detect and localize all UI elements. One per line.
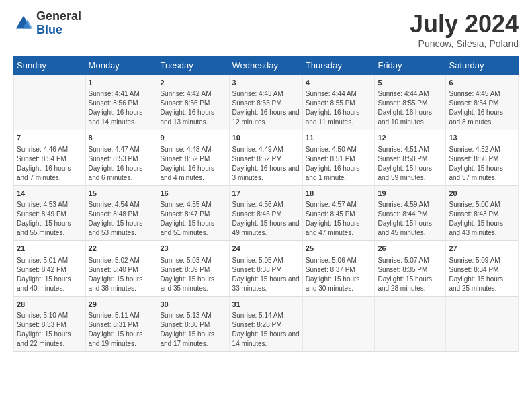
table-cell: 13 Sunrise: 4:52 AM Sunset: 8:50 PM Dayl… — [446, 130, 519, 185]
table-row: 1 Sunrise: 4:41 AM Sunset: 8:56 PM Dayli… — [14, 75, 519, 130]
daylight: Daylight: 15 hours and 55 minutes. — [17, 219, 83, 238]
sunrise: Sunrise: 4:54 AM — [89, 200, 154, 210]
table-cell: 9 Sunrise: 4:48 AM Sunset: 8:52 PM Dayli… — [157, 130, 229, 185]
day-number: 11 — [306, 133, 372, 143]
sunrise: Sunrise: 5:11 AM — [89, 311, 154, 320]
daylight: Daylight: 15 hours and 17 minutes. — [160, 330, 226, 349]
col-thursday: Thursday — [302, 56, 375, 75]
table-cell: 8 Sunrise: 4:47 AM Sunset: 8:53 PM Dayli… — [85, 130, 157, 185]
daylight: Daylight: 16 hours and 13 minutes. — [160, 108, 226, 127]
table-cell: 3 Sunrise: 4:43 AM Sunset: 8:55 PM Dayli… — [229, 75, 302, 130]
table-cell: 6 Sunrise: 4:45 AM Sunset: 8:54 PM Dayli… — [446, 75, 519, 130]
daylight: Daylight: 15 hours and 40 minutes. — [17, 275, 83, 293]
sunset: Sunset: 8:34 PM — [449, 265, 515, 275]
daylight: Daylight: 15 hours and 59 minutes. — [378, 164, 443, 183]
day-number: 22 — [89, 244, 154, 254]
sunrise: Sunrise: 5:14 AM — [232, 311, 300, 320]
daylight: Daylight: 15 hours and 33 minutes. — [232, 275, 300, 293]
sunrise: Sunrise: 4:53 AM — [17, 200, 83, 210]
table-cell: 26 Sunrise: 5:07 AM Sunset: 8:35 PM Dayl… — [375, 241, 446, 296]
sunset: Sunset: 8:54 PM — [17, 154, 83, 164]
day-number: 24 — [232, 244, 300, 254]
table-cell: 5 Sunrise: 4:44 AM Sunset: 8:55 PM Dayli… — [375, 75, 446, 130]
table-cell: 17 Sunrise: 4:56 AM Sunset: 8:46 PM Dayl… — [229, 185, 302, 240]
sunset: Sunset: 8:44 PM — [378, 210, 443, 219]
table-cell: 16 Sunrise: 4:55 AM Sunset: 8:47 PM Dayl… — [157, 185, 229, 240]
day-number: 5 — [378, 78, 443, 88]
table-cell: 29 Sunrise: 5:11 AM Sunset: 8:31 PM Dayl… — [85, 296, 157, 351]
sunset: Sunset: 8:33 PM — [17, 320, 83, 330]
sunset: Sunset: 8:50 PM — [378, 154, 443, 164]
table-row: 21 Sunrise: 5:01 AM Sunset: 8:42 PM Dayl… — [14, 241, 519, 296]
daylight: Daylight: 15 hours and 43 minutes. — [449, 219, 515, 238]
sunrise: Sunrise: 4:56 AM — [232, 200, 300, 210]
day-number: 17 — [232, 189, 300, 199]
sunrise: Sunrise: 4:43 AM — [232, 89, 300, 99]
day-number: 21 — [17, 244, 83, 254]
day-number: 27 — [449, 244, 515, 254]
sunset: Sunset: 8:43 PM — [449, 210, 515, 219]
day-number: 19 — [378, 189, 443, 199]
calendar-table: Sunday Monday Tuesday Wednesday Thursday… — [13, 56, 519, 352]
daylight: Daylight: 15 hours and 51 minutes. — [160, 219, 226, 238]
table-cell: 22 Sunrise: 5:02 AM Sunset: 8:40 PM Dayl… — [85, 241, 157, 296]
daylight: Daylight: 16 hours and 4 minutes. — [160, 164, 226, 183]
table-row: 7 Sunrise: 4:46 AM Sunset: 8:54 PM Dayli… — [14, 130, 519, 185]
col-wednesday: Wednesday — [229, 56, 302, 75]
sunset: Sunset: 8:45 PM — [306, 210, 372, 219]
daylight: Daylight: 16 hours and 6 minutes. — [89, 164, 154, 183]
sunset: Sunset: 8:55 PM — [232, 99, 300, 108]
sunset: Sunset: 8:31 PM — [89, 320, 154, 330]
day-number: 1 — [89, 78, 154, 88]
table-cell: 25 Sunrise: 5:06 AM Sunset: 8:37 PM Dayl… — [302, 241, 375, 296]
day-number: 30 — [160, 300, 226, 310]
sunset: Sunset: 8:49 PM — [17, 210, 83, 219]
table-cell — [375, 296, 446, 351]
daylight: Daylight: 16 hours and 14 minutes. — [89, 108, 154, 127]
sunrise: Sunrise: 4:49 AM — [232, 145, 300, 154]
col-sunday: Sunday — [14, 56, 86, 75]
table-cell: 2 Sunrise: 4:42 AM Sunset: 8:56 PM Dayli… — [157, 75, 229, 130]
sunset: Sunset: 8:35 PM — [378, 265, 443, 275]
day-number: 2 — [160, 78, 226, 88]
table-cell: 10 Sunrise: 4:49 AM Sunset: 8:52 PM Dayl… — [229, 130, 302, 185]
sunset: Sunset: 8:37 PM — [306, 265, 372, 275]
daylight: Daylight: 15 hours and 14 minutes. — [232, 330, 300, 349]
daylight: Daylight: 15 hours and 49 minutes. — [232, 219, 300, 238]
daylight: Daylight: 15 hours and 19 minutes. — [89, 330, 154, 349]
sunset: Sunset: 8:40 PM — [89, 265, 154, 275]
daylight: Daylight: 16 hours and 1 minute. — [306, 164, 372, 183]
sunrise: Sunrise: 4:44 AM — [306, 89, 372, 99]
sunset: Sunset: 8:42 PM — [17, 265, 83, 275]
table-cell: 19 Sunrise: 4:59 AM Sunset: 8:44 PM Dayl… — [375, 185, 446, 240]
col-tuesday: Tuesday — [157, 56, 229, 75]
daylight: Daylight: 15 hours and 30 minutes. — [306, 275, 372, 293]
sunrise: Sunrise: 5:06 AM — [306, 256, 372, 265]
day-number: 12 — [378, 133, 443, 143]
col-saturday: Saturday — [446, 56, 519, 75]
sunset: Sunset: 8:55 PM — [378, 99, 443, 108]
sunset: Sunset: 8:56 PM — [160, 99, 226, 108]
daylight: Daylight: 15 hours and 53 minutes. — [89, 219, 154, 238]
daylight: Daylight: 15 hours and 47 minutes. — [306, 219, 372, 238]
day-number: 8 — [89, 133, 154, 143]
day-number: 25 — [306, 244, 372, 254]
table-cell: 11 Sunrise: 4:50 AM Sunset: 8:51 PM Dayl… — [302, 130, 375, 185]
table-cell — [302, 296, 375, 351]
table-cell: 12 Sunrise: 4:51 AM Sunset: 8:50 PM Dayl… — [375, 130, 446, 185]
day-number: 28 — [17, 300, 83, 310]
day-number: 6 — [449, 78, 515, 88]
daylight: Daylight: 15 hours and 25 minutes. — [449, 275, 515, 293]
sunset: Sunset: 8:56 PM — [89, 99, 154, 108]
daylight: Daylight: 16 hours and 10 minutes. — [378, 108, 443, 127]
header-row: Sunday Monday Tuesday Wednesday Thursday… — [14, 56, 519, 75]
day-number: 23 — [160, 244, 226, 254]
sunrise: Sunrise: 4:55 AM — [160, 200, 226, 210]
day-number: 20 — [449, 189, 515, 199]
table-cell: 7 Sunrise: 4:46 AM Sunset: 8:54 PM Dayli… — [14, 130, 86, 185]
sunrise: Sunrise: 4:51 AM — [378, 145, 443, 154]
header: General Blue July 2024 Puncow, Silesia, … — [13, 10, 519, 49]
logo-icon — [13, 13, 34, 34]
daylight: Daylight: 15 hours and 38 minutes. — [89, 275, 154, 293]
day-number: 15 — [89, 189, 154, 199]
